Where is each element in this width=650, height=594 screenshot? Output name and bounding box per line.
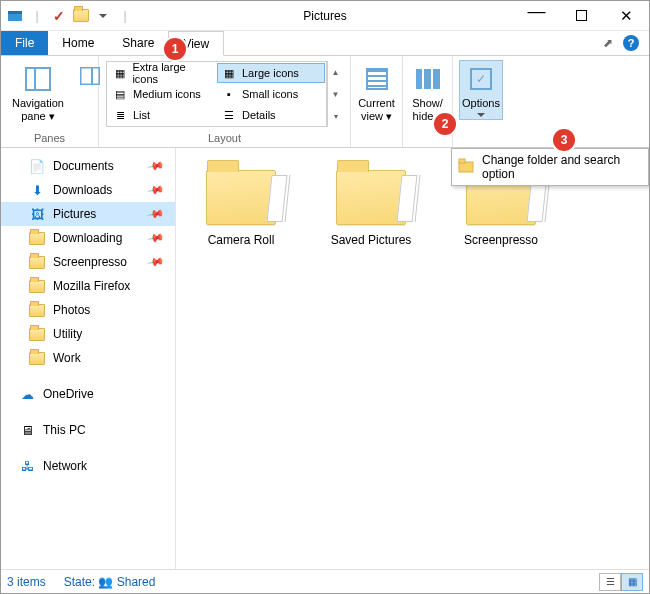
current-view-label: Current view ▾ [358, 97, 395, 123]
status-bar: 3 items State: 👥 Shared ☰ ▦ [1, 569, 649, 593]
this-pc-icon: 🖥 [19, 422, 35, 438]
svg-rect-3 [80, 68, 99, 85]
view-large-icons-toggle[interactable]: ▦ [621, 573, 643, 591]
qat-separator: | [29, 8, 45, 24]
ribbon: Navigation pane ▾ Panes ▦ Extra large ic… [1, 56, 649, 148]
current-view-button[interactable]: Current view ▾ [357, 60, 396, 126]
svg-rect-2 [577, 11, 587, 21]
qat-folder-icon[interactable] [73, 8, 89, 24]
layout-gallery-scroll[interactable]: ▲ ▼ ▾ [327, 61, 343, 127]
folder-saved-pictures[interactable]: Saved Pictures [326, 170, 416, 247]
qat-properties-checkbox[interactable]: ✓ [51, 8, 67, 24]
ribbon-group-label: Layout [105, 130, 344, 147]
svg-rect-6 [459, 159, 465, 163]
folder-icon [29, 230, 45, 246]
titlebar: | ✓ | Pictures — ✕ [1, 1, 649, 31]
minimize-ribbon-icon[interactable]: ⬈ [603, 36, 613, 50]
options-dropdown-label: Change folder and search option [482, 153, 642, 181]
folder-icon [29, 254, 45, 270]
close-button[interactable]: ✕ [604, 1, 649, 30]
layout-medium-icons[interactable]: ▤ Medium icons [108, 84, 216, 104]
pin-icon: 📌 [147, 205, 166, 224]
layout-extra-large-icons[interactable]: ▦ Extra large icons [108, 63, 216, 83]
large-icons-icon: ▦ [222, 66, 236, 80]
folder-icon [29, 278, 45, 294]
minimize-button[interactable]: — [514, 0, 559, 26]
help-icon[interactable]: ? [623, 35, 639, 51]
window-controls: — ✕ [514, 1, 649, 30]
nav-network[interactable]: 🖧 Network [1, 454, 175, 478]
annotation-badge-3: 3 [553, 129, 575, 151]
options-dropdown-icon[interactable] [477, 113, 485, 117]
explorer-icon [7, 8, 23, 24]
folder-icon [29, 302, 45, 318]
layout-details[interactable]: ☰ Details [217, 105, 325, 125]
ribbon-tabs: File Home Share View ⬈ ? [1, 31, 649, 56]
documents-icon: 📄 [29, 158, 45, 174]
layout-gallery: ▦ Extra large icons ▦ Large icons ▤ Medi… [106, 61, 327, 127]
view-details-toggle[interactable]: ☰ [599, 573, 621, 591]
explorer-body: 📄 Documents 📌 ⬇ Downloads 📌 🖼 Pictures 📌… [1, 148, 649, 569]
layout-small-icons[interactable]: ▪ Small icons [217, 84, 325, 104]
ribbon-group-label: Panes [7, 130, 92, 147]
status-state: State: 👥 Shared [64, 575, 156, 589]
navigation-pane-button[interactable]: Navigation pane ▾ [7, 60, 69, 126]
navigation-pane: 📄 Documents 📌 ⬇ Downloads 📌 🖼 Pictures 📌… [1, 148, 176, 569]
tab-share[interactable]: Share [108, 31, 168, 55]
layout-list[interactable]: ≣ List [108, 105, 216, 125]
svg-rect-1 [8, 11, 22, 14]
nav-screenpresso[interactable]: Screenpresso 📌 [1, 250, 175, 274]
status-item-count: 3 items [7, 575, 46, 589]
pin-icon: 📌 [147, 181, 166, 200]
options-button[interactable]: Options [459, 60, 503, 120]
annotation-badge-2: 2 [434, 113, 456, 135]
view-mode-toggles: ☰ ▦ [599, 573, 643, 591]
maximize-button[interactable] [559, 1, 604, 30]
content-pane[interactable]: Camera Roll Saved Pictures Screenpresso [176, 148, 649, 569]
ribbon-group-options: Options [453, 56, 509, 147]
downloads-icon: ⬇ [29, 182, 45, 198]
pictures-icon: 🖼 [29, 206, 45, 222]
nav-this-pc[interactable]: 🖥 This PC [1, 418, 175, 442]
folder-label: Screenpresso [464, 233, 538, 247]
qat-separator-2: | [117, 8, 133, 24]
ribbon-group-panes: Navigation pane ▾ Panes [1, 56, 99, 147]
folder-icon [206, 170, 276, 225]
qat-dropdown-icon[interactable] [95, 8, 111, 24]
nav-work[interactable]: Work [1, 346, 175, 370]
shared-icon: 👥 [98, 575, 113, 589]
tab-home[interactable]: Home [48, 31, 108, 55]
quick-access-toolbar: | ✓ | [1, 8, 133, 24]
nav-mozilla-firefox[interactable]: Mozilla Firefox [1, 274, 175, 298]
ribbon-group-layout: ▦ Extra large icons ▦ Large icons ▤ Medi… [99, 56, 351, 147]
options-label: Options [462, 97, 500, 110]
folder-camera-roll[interactable]: Camera Roll [196, 170, 286, 247]
folder-icon [29, 326, 45, 342]
details-icon: ☰ [222, 108, 236, 122]
network-icon: 🖧 [19, 458, 35, 474]
gallery-scroll-up-icon[interactable]: ▲ [328, 61, 343, 83]
medium-icons-icon: ▤ [113, 87, 127, 101]
nav-documents[interactable]: 📄 Documents 📌 [1, 154, 175, 178]
layout-large-icons[interactable]: ▦ Large icons [217, 63, 325, 83]
nav-utility[interactable]: Utility [1, 322, 175, 346]
extra-large-icons-icon: ▦ [113, 66, 126, 80]
ribbon-group-current-view: Current view ▾ [351, 56, 403, 147]
pin-icon: 📌 [147, 253, 166, 272]
annotation-badge-1: 1 [164, 38, 186, 60]
folder-icon [29, 350, 45, 366]
nav-photos[interactable]: Photos [1, 298, 175, 322]
tab-file[interactable]: File [1, 31, 48, 55]
pin-icon: 📌 [147, 157, 166, 176]
options-dropdown-item[interactable]: Change folder and search option [451, 148, 649, 186]
nav-downloads[interactable]: ⬇ Downloads 📌 [1, 178, 175, 202]
folder-options-icon [458, 158, 474, 177]
nav-onedrive[interactable]: ☁ OneDrive [1, 382, 175, 406]
nav-downloading[interactable]: Downloading 📌 [1, 226, 175, 250]
list-icon: ≣ [113, 108, 127, 122]
gallery-scroll-down-icon[interactable]: ▼ [328, 83, 343, 105]
gallery-expand-icon[interactable]: ▾ [328, 105, 343, 127]
navigation-pane-label: Navigation pane ▾ [12, 97, 64, 123]
pin-icon: 📌 [147, 229, 166, 248]
nav-pictures[interactable]: 🖼 Pictures 📌 [1, 202, 175, 226]
